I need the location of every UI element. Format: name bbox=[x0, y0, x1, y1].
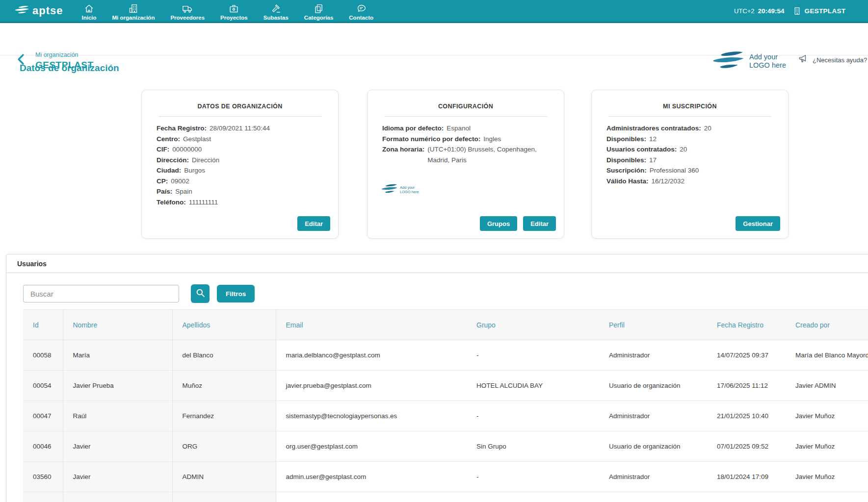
card-configuracion: CONFIGURACIÓNIdioma por defecto:EspanolF… bbox=[367, 90, 564, 239]
help-link[interactable]: ¿Necesitas ayuda? bbox=[798, 54, 867, 66]
table-cell: Javier Muñoz bbox=[786, 431, 868, 462]
table-cell: Javier ADMIN bbox=[786, 371, 868, 401]
filters-button[interactable]: Filtros bbox=[217, 285, 255, 302]
table-cell: 17/06/2025 11:12 bbox=[707, 371, 786, 401]
table-row[interactable]: 00047RaúlFernandezsistemastyp@tecnologia… bbox=[23, 401, 868, 431]
field-idioma-por-defecto: Idioma por defecto:Espanol bbox=[382, 123, 549, 134]
table-cell bbox=[786, 492, 868, 502]
users-panel-title: Usuarios bbox=[17, 260, 47, 268]
nav-item-label: Inicio bbox=[81, 15, 96, 21]
search-icon bbox=[195, 288, 206, 300]
auction-icon bbox=[271, 3, 281, 14]
nav-item-proveedores[interactable]: Proveedores bbox=[162, 0, 212, 22]
column-header-fecha-registro[interactable]: Fecha Registro bbox=[707, 310, 786, 340]
table-cell: Javier Muñoz bbox=[786, 462, 868, 492]
table-cell: Administrador bbox=[599, 340, 707, 371]
app-logo[interactable]: aptse bbox=[15, 4, 63, 17]
help-label: ¿Necesitas ayuda? bbox=[813, 56, 867, 64]
grupos-button[interactable]: Grupos bbox=[480, 216, 517, 231]
swoosh-icon bbox=[381, 183, 398, 196]
card-mi-suscripcion: MI SUSCRIPCIÓNAdministradores contratado… bbox=[591, 90, 789, 239]
card-title: DATOS DE ORGANIZACIÓN bbox=[157, 103, 323, 110]
field-centro: Centro:Gestplast bbox=[157, 134, 323, 145]
card-title: CONFIGURACIÓN bbox=[382, 103, 549, 110]
table-cell: 00054 bbox=[23, 371, 63, 401]
top-navbar: aptse InicioMi organizaciónProveedoresPr… bbox=[0, 0, 868, 23]
table-cell bbox=[276, 492, 467, 502]
divider bbox=[158, 116, 321, 117]
table-cell: Administrador bbox=[599, 462, 707, 492]
nav-item-categorias[interactable]: Categorías bbox=[296, 0, 341, 22]
field-administradores-contratados: Administradores contratados:20 bbox=[606, 123, 773, 134]
divider bbox=[384, 116, 547, 117]
column-header-apellidos[interactable]: Apellidos bbox=[172, 310, 276, 340]
column-header-email[interactable]: Email bbox=[276, 310, 467, 340]
nav-item-inicio[interactable]: Inicio bbox=[74, 0, 104, 22]
column-header-grupo[interactable]: Grupo bbox=[467, 310, 599, 340]
field-formato-numerico-por-defecto: Formato numérico por defecto:Ingles bbox=[382, 134, 549, 145]
users-panel: Usuarios Filtros IdNombreApellidosEmailG… bbox=[6, 254, 868, 502]
table-cell: Administrador bbox=[599, 401, 707, 431]
editar-button[interactable]: Editar bbox=[523, 216, 556, 231]
search-input[interactable] bbox=[23, 285, 179, 302]
field-cif: CIF:00000000 bbox=[157, 144, 323, 155]
table-cell: ORG bbox=[172, 431, 276, 462]
users-panel-header: Usuarios bbox=[6, 254, 868, 273]
page-header: Mi organización GESTPLAST Add your LOGO … bbox=[0, 23, 868, 55]
field-disponibles: Disponibles:12 bbox=[606, 134, 773, 145]
editar-button[interactable]: Editar bbox=[297, 216, 330, 231]
nav-item-label: Mi organización bbox=[112, 15, 155, 21]
nav-item-subastas[interactable]: Subastas bbox=[256, 0, 296, 22]
search-button[interactable] bbox=[191, 284, 210, 303]
table-row[interactable]: 03560JavierADMINadmin.user@gestplast.com… bbox=[23, 462, 868, 492]
nav-item-contacto[interactable]: Contacto bbox=[341, 0, 381, 22]
field-telefono: Teléfono:111111111 bbox=[157, 197, 323, 208]
table-cell: María del Blanco Mayordo bbox=[786, 340, 868, 371]
categories-icon bbox=[314, 3, 324, 14]
navbar-right: UTC+2 20:49:54 GESTPLAST bbox=[734, 0, 845, 22]
briefcase-icon bbox=[229, 3, 239, 14]
organization-icon bbox=[128, 3, 138, 14]
divider bbox=[608, 116, 771, 117]
table-row[interactable]: 00046JavierORGorg.user@gestplast.comSin … bbox=[23, 431, 868, 462]
table-cell bbox=[467, 492, 599, 502]
nav-item-mi-organizacion[interactable]: Mi organización bbox=[105, 0, 163, 22]
field-valido-hasta: Válido Hasta:16/12/2032 bbox=[606, 176, 773, 187]
users-table: IdNombreApellidosEmailGrupoPerfilFecha R… bbox=[23, 309, 868, 502]
card-datos-de-organizacion: DATOS DE ORGANIZACIÓNFecha Registro:28/0… bbox=[141, 90, 339, 239]
table-cell: Muñoz bbox=[172, 371, 276, 401]
table-cell: org.user@gestplast.com bbox=[276, 431, 467, 462]
table-cell bbox=[707, 492, 786, 502]
table-cell: Fernandez bbox=[172, 401, 276, 431]
table-cell: 00058 bbox=[23, 340, 63, 371]
table-cell: Javier Prueba bbox=[63, 371, 172, 401]
table-cell: HOTEL ALCUDIA BAY bbox=[467, 371, 599, 401]
table-row[interactable]: 00054Javier PruebaMuñozjavier.prueba@ges… bbox=[23, 371, 868, 401]
swoosh-icon bbox=[15, 4, 29, 17]
table-cell: javier.prueba@gestplast.com bbox=[276, 371, 467, 401]
table-cell: María bbox=[63, 340, 172, 371]
table-cell: Sin Grupo bbox=[467, 431, 599, 462]
table-row[interactable]: 00058Maríadel Blancomaria.delblanco@gest… bbox=[23, 340, 868, 371]
gestionar-button[interactable]: Gestionar bbox=[736, 216, 780, 231]
building-icon bbox=[793, 7, 801, 15]
nav-item-label: Proveedores bbox=[170, 15, 205, 21]
table-cell: Javier Muñoz bbox=[786, 401, 868, 431]
column-header-creado-por[interactable]: Creado por bbox=[786, 310, 868, 340]
column-header-perfil[interactable]: Perfil bbox=[599, 310, 707, 340]
nav-item-proyectos[interactable]: Proyectos bbox=[212, 0, 256, 22]
column-header-id[interactable]: Id bbox=[23, 310, 63, 340]
table-cell: Raúl bbox=[63, 401, 172, 431]
add-logo-link[interactable]: Add your LOGO here bbox=[712, 50, 786, 73]
table-cell: 14/07/2025 09:37 bbox=[707, 340, 786, 371]
current-organization[interactable]: GESTPLAST bbox=[805, 7, 846, 15]
table-cell: ADMIN bbox=[172, 462, 276, 492]
table-cell bbox=[172, 492, 276, 502]
field-suscripcion: Suscripción:Professional 360 bbox=[606, 165, 773, 176]
nav-item-label: Proyectos bbox=[220, 15, 248, 21]
table-row[interactable] bbox=[23, 492, 868, 502]
truck-icon bbox=[182, 3, 193, 14]
column-header-nombre[interactable]: Nombre bbox=[63, 310, 172, 340]
nav-item-label: Contacto bbox=[349, 15, 373, 21]
field-disponibles: Disponibles:17 bbox=[606, 155, 773, 166]
